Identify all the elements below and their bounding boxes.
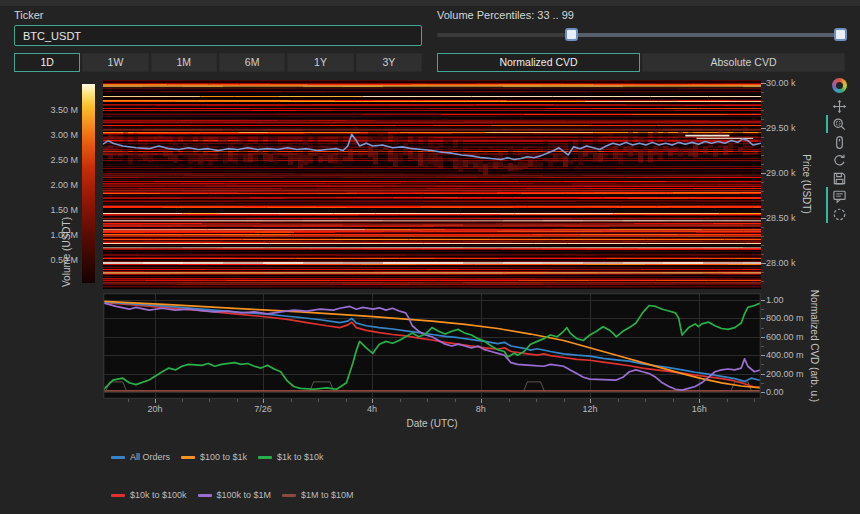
heatmap-plot[interactable]: [103, 80, 761, 289]
cvd-plot[interactable]: [103, 293, 761, 399]
range-button-1d[interactable]: 1D: [14, 53, 80, 72]
cvd-axis-title: Normalized CVD (arb. u.): [809, 290, 820, 402]
axis-tick-mark: [263, 399, 264, 403]
axis-tick-mark: [427, 399, 428, 402]
save-tool-icon[interactable]: [829, 169, 849, 187]
legend-swatch: [258, 456, 272, 459]
legend-label: All Orders: [130, 452, 170, 462]
bokeh-toolbar: [828, 78, 850, 223]
hover-tool-icon[interactable]: [829, 187, 849, 205]
legend-row-2: $10k to $100k$100k to $1M$1M to $10M: [111, 490, 354, 500]
bokeh-logo[interactable]: [832, 78, 847, 93]
axis-tick-mark: [761, 337, 765, 338]
axis-tick-mark: [761, 272, 764, 273]
price-tick-label: 28.00 k: [766, 258, 806, 268]
legend-item-1m-to-10m[interactable]: $1M to $10M: [282, 490, 354, 500]
axis-tick-mark: [754, 399, 755, 402]
axis-tick-mark: [673, 399, 674, 402]
colorbar-tick-label: 2.00 M: [28, 180, 78, 190]
axis-tick-mark: [761, 227, 764, 228]
legend-item-100k-to-1m[interactable]: $100k to $1M: [198, 490, 272, 500]
axis-tick-mark: [291, 399, 292, 402]
date-tick-label: 8h: [456, 404, 506, 414]
legend-item-100-to-1k[interactable]: $100 to $1k: [181, 452, 247, 462]
legend-label: $1M to $10M: [301, 490, 354, 500]
axis-tick-mark: [761, 110, 764, 111]
axis-tick-mark: [761, 155, 764, 156]
legend-item-all-orders[interactable]: All Orders: [111, 452, 170, 462]
range-button-1y[interactable]: 1Y: [287, 53, 353, 72]
axis-tick-mark: [155, 399, 156, 403]
range-button-6m[interactable]: 6M: [219, 53, 285, 72]
reset-tool-icon[interactable]: [829, 151, 849, 169]
axis-tick-mark: [400, 399, 401, 402]
cvd-button-absolute-cvd[interactable]: Absolute CVD: [642, 53, 845, 72]
colorbar-tick-label: 1.50 M: [28, 205, 78, 215]
axis-tick-mark: [761, 245, 764, 246]
legend-swatch: [181, 456, 195, 459]
date-tick-label: 20h: [130, 404, 180, 414]
axis-tick-mark: [761, 173, 766, 174]
legend-swatch: [111, 494, 125, 497]
legend-item-1k-to-10k[interactable]: $1k to $10k: [258, 452, 324, 462]
wheel-zoom-tool-icon[interactable]: [829, 133, 849, 151]
axis-tick-mark: [209, 399, 210, 402]
legend-swatch: [111, 456, 125, 459]
range-button-1m[interactable]: 1M: [151, 53, 217, 72]
legend-row-1: All Orders$100 to $1k$1k to $10k: [111, 452, 324, 462]
axis-tick-mark: [761, 364, 764, 365]
axis-tick-mark: [372, 399, 373, 403]
price-tick-label: 29.50 k: [766, 123, 806, 133]
axis-tick-mark: [618, 399, 619, 402]
legend-item-10k-to-100k[interactable]: $10k to $100k: [111, 490, 187, 500]
box-zoom-tool-icon[interactable]: [829, 115, 849, 133]
colorbar-tick-label: 3.00 M: [28, 130, 78, 140]
colorbar-gradient: [82, 84, 95, 283]
axis-tick-mark: [455, 399, 456, 402]
colorbar-tick-label: 3.50 M: [28, 105, 78, 115]
legend-label: $1k to $10k: [277, 452, 324, 462]
axis-tick-mark: [645, 399, 646, 402]
axis-tick-mark: [237, 399, 238, 402]
range-button-3y[interactable]: 3Y: [356, 53, 422, 72]
axis-tick-mark: [761, 101, 764, 102]
range-button-1w[interactable]: 1W: [82, 53, 148, 72]
pan-tool-icon[interactable]: [829, 97, 849, 115]
axis-tick-mark: [761, 300, 765, 301]
axis-tick-mark: [761, 218, 766, 219]
axis-tick-mark: [761, 164, 764, 165]
legend-label: $10k to $100k: [130, 490, 187, 500]
date-tick-label: 16h: [674, 404, 724, 414]
axis-tick-mark: [761, 318, 765, 319]
slider-selected-range[interactable]: [572, 33, 841, 37]
price-axis-title: Price (USDT): [801, 154, 812, 213]
cvd-button-normalized-cvd[interactable]: Normalized CVD: [437, 53, 640, 72]
axis-tick-mark: [481, 399, 482, 403]
axis-tick-mark: [761, 355, 765, 356]
window-top-strip: [0, 0, 860, 6]
colorbar-axis-title: Volume (USDT): [61, 217, 72, 287]
axis-tick-mark: [761, 182, 764, 183]
date-tick-label: 7/26: [238, 404, 288, 414]
crosshair-tool-icon[interactable]: [829, 205, 849, 223]
axis-tick-mark: [128, 399, 129, 402]
axis-tick-mark: [761, 392, 765, 393]
axis-tick-mark: [761, 191, 764, 192]
axis-tick-mark: [761, 209, 764, 210]
ticker-input[interactable]: [14, 25, 422, 46]
volume-percentiles-slider[interactable]: [437, 28, 845, 42]
slider-handle-high[interactable]: [834, 28, 847, 41]
cvd-toggle-group: Normalized CVDAbsolute CVD: [437, 53, 845, 72]
axis-tick-mark: [346, 399, 347, 402]
axis-tick-mark: [536, 399, 537, 402]
axis-tick-mark: [318, 399, 319, 402]
legend-swatch: [282, 494, 296, 497]
date-tick-label: 12h: [565, 404, 615, 414]
volume-percentiles-label: Volume Percentiles: 33 .. 99: [437, 9, 574, 21]
axis-tick-mark: [590, 399, 591, 403]
axis-tick-mark: [761, 383, 764, 384]
slider-handle-low[interactable]: [565, 28, 578, 41]
axis-tick-mark: [761, 328, 764, 329]
price-tick-label: 28.50 k: [766, 213, 806, 223]
axis-tick-mark: [761, 346, 764, 347]
